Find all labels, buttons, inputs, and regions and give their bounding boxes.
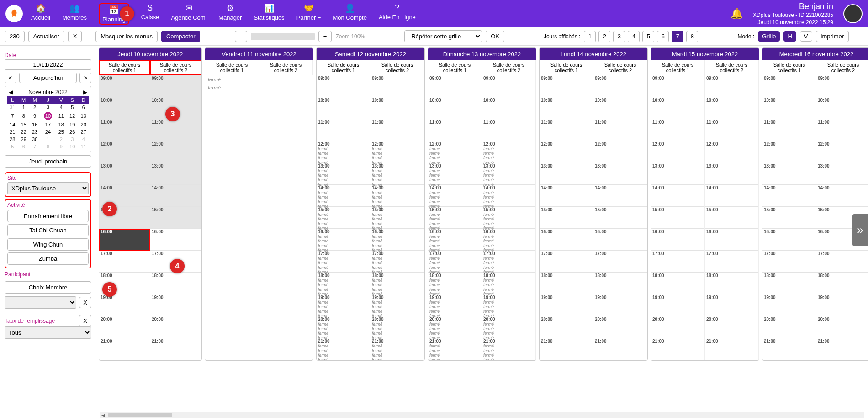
time-slot[interactable]: 19:00 ferméferméferméfermé [370,294,424,316]
mc-day[interactable]: 9 [29,111,40,121]
time-slot[interactable]: 10:00 [428,97,482,119]
time-slot[interactable]: 17:00 [593,251,647,273]
mc-day[interactable]: 10 [67,143,78,150]
time-slot[interactable]: 19:00 ferméferméferméfermé [482,294,535,316]
time-slot[interactable]: 11:00 [317,119,370,141]
time-slot[interactable]: 12:00 [705,141,758,163]
date-input[interactable] [5,59,91,70]
mc-day[interactable]: 28 [7,136,18,143]
mc-day[interactable]: 2 [29,104,40,111]
mc-day[interactable]: 25 [56,128,67,136]
time-slot[interactable]: 14:00 ferméferméferméfermé [317,185,370,207]
site-select[interactable]: XDplus Toulouse [7,182,89,194]
time-slot[interactable]: 18:00 [540,273,593,294]
mc-day[interactable]: 19 [67,121,78,128]
days-1[interactable]: 1 [584,31,596,42]
time-slot[interactable]: 19:00 [816,294,868,316]
time-slot[interactable]: 17:00 [816,251,868,273]
time-slot[interactable]: 15:00 ferméferméferméfermé [370,207,424,229]
mode-v[interactable]: V [800,31,812,42]
time-slot[interactable]: 18:00 [150,273,201,294]
time-slot[interactable]: 10:00 [317,97,370,119]
time-slot[interactable]: 09:00 [99,75,150,97]
mc-day[interactable]: 4 [78,136,89,143]
mc-day[interactable]: 5 [67,104,78,111]
participant-select[interactable] [5,296,76,309]
time-slot[interactable]: 11:00 [705,119,758,141]
mc-day[interactable]: 12 [67,111,78,121]
mc-day[interactable]: 18 [56,121,67,128]
mc-day[interactable]: 15 [18,121,29,128]
mc-day[interactable]: 7 [7,111,18,121]
time-slot[interactable]: 19:00 [540,294,593,316]
time-slot[interactable]: 20:00 [705,316,758,338]
mc-day[interactable]: 2 [56,136,67,143]
mc-day[interactable]: 27 [78,128,89,136]
mc-day[interactable]: 14 [7,121,18,128]
mc-day[interactable]: 31 [7,104,18,111]
next-day-button[interactable]: > [79,73,91,83]
prev-day-button[interactable]: < [5,73,16,83]
time-slot[interactable]: 13:00 ferméferméferméfermé [428,163,482,185]
time-slot[interactable]: 14:00 [540,185,593,207]
time-slot[interactable]: 11:00 [428,119,482,141]
time-slot[interactable]: 21:00 ferméferméferméfermé [482,338,535,360]
time-slot[interactable]: 10:00 [816,97,868,119]
mc-day[interactable]: 11 [78,143,89,150]
days-8[interactable]: 8 [686,31,698,42]
time-slot[interactable]: 16:00 [540,229,593,251]
time-slot[interactable]: 11:00 [762,119,816,141]
time-slot[interactable]: 17:00 ferméferméferméfermé [428,251,482,273]
nav-caisse[interactable]: $Caisse [141,3,159,25]
time-slot[interactable]: 11:00 [150,119,201,141]
time-slot[interactable]: 10:00 [593,97,647,119]
mc-day[interactable]: 29 [18,136,29,143]
time-slot[interactable]: 15:00 [540,207,593,229]
mc-day[interactable]: 22 [18,128,29,136]
time-slot[interactable]: 10:00 [705,97,758,119]
time-slot[interactable]: 14:00 [593,185,647,207]
time-slot[interactable]: 15:00 [150,207,201,229]
time-slot[interactable]: 14:00 ferméferméferméfermé [370,185,424,207]
time-slot[interactable]: 21:00 [651,338,704,360]
time-slot[interactable]: 19:00 ferméferméferméfermé [317,294,370,316]
time-slot[interactable]: 15:00 [593,207,647,229]
time-slot[interactable]: 20:00 [99,316,150,338]
time-slot[interactable]: 19:00 [762,294,816,316]
time-slot[interactable]: 17:00 [762,251,816,273]
mode-h[interactable]: H [783,31,796,42]
time-slot[interactable]: 11:00 [99,119,150,141]
time-slot[interactable]: 16:00 [651,229,704,251]
time-slot[interactable]: 16:00 [99,229,150,251]
days-7[interactable]: 7 [672,31,683,42]
nav-accueil[interactable]: 🏠Accueil [31,3,50,25]
mc-day[interactable]: 7 [29,143,40,150]
taux-clear[interactable]: X [79,315,91,326]
mc-day[interactable]: 13 [78,111,89,121]
repeat-select[interactable]: Répéter cette grille [404,30,482,42]
time-slot[interactable]: 19:00 [593,294,647,316]
time-slot[interactable]: 16:00 [705,229,758,251]
mc-day[interactable]: 24 [40,128,55,136]
mc-day[interactable]: 16 [29,121,40,128]
time-slot[interactable]: 18:00 [705,273,758,294]
time-slot[interactable]: 16:00 ferméferméferméfermé [482,229,535,251]
nav-membres[interactable]: 👥Membres [62,3,87,25]
time-slot[interactable]: 13:00 ferméferméferméfermé [482,163,535,185]
zoom-in-button[interactable]: + [318,31,332,42]
mc-day[interactable]: 5 [7,143,18,150]
time-slot[interactable]: 13:00 [99,163,150,185]
time-slot[interactable]: 21:00 [705,338,758,360]
time-slot[interactable]: 12:00 ferméferméferméfermé [317,141,370,163]
time-slot[interactable]: 12:00 [816,141,868,163]
mc-day[interactable]: 8 [18,111,29,121]
time-slot[interactable]: 16:00 [593,229,647,251]
time-slot[interactable]: 09:00 [150,75,201,97]
time-slot[interactable]: 13:00 ferméferméferméfermé [317,163,370,185]
time-slot[interactable]: 12:00 [762,141,816,163]
time-slot[interactable]: 18:00 [762,273,816,294]
nav-partner[interactable]: 🤝Partner + [296,3,321,25]
time-slot[interactable]: 20:00 [651,316,704,338]
time-slot[interactable]: 13:00 [651,163,704,185]
time-slot[interactable]: 21:00 ferméferméferméfermé [317,338,370,360]
